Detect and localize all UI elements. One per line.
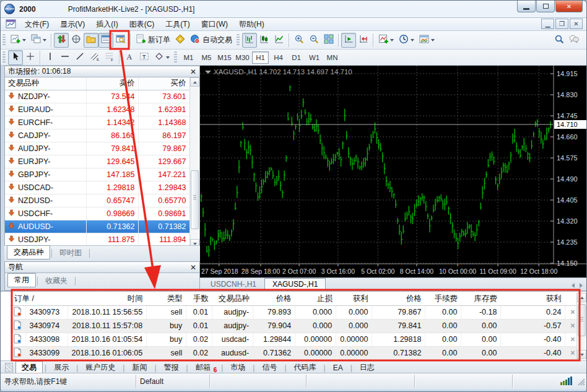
- new-chart-button[interactable]: [8, 33, 28, 48]
- zoom-in-button[interactable]: [292, 33, 307, 48]
- strategy-tester-button[interactable]: [113, 33, 128, 48]
- order-row-3430974[interactable]: 34309742018.10.11 15:57:08buy0.01audjpy-…: [11, 319, 580, 333]
- timeframe-m5[interactable]: M5: [198, 51, 215, 64]
- market-watch-scrollbar[interactable]: [189, 77, 199, 248]
- order-row-3433099[interactable]: 34330992018.10.16 01:06:05sell0.02audusd…: [11, 346, 580, 360]
- tab-scroll-left-icon[interactable]: [572, 283, 575, 288]
- crosshair-button[interactable]: [23, 50, 38, 65]
- orders-scrollbar[interactable]: [576, 293, 586, 359]
- vertical-line-button[interactable]: [43, 50, 58, 65]
- menu-item-5[interactable]: 窗口(W): [196, 18, 233, 31]
- chart-tab-0[interactable]: USDCNH-,H1: [202, 278, 264, 290]
- navigator-close-icon[interactable]: ✕: [190, 264, 196, 271]
- menu-item-6[interactable]: 帮助(H): [233, 18, 270, 31]
- chevron-down-icon[interactable]: [431, 39, 435, 41]
- orders-column-header-7[interactable]: 获利: [336, 293, 372, 305]
- chevron-down-icon[interactable]: [43, 39, 46, 41]
- menu-item-4[interactable]: 工具(T): [160, 18, 195, 31]
- orders-column-header-8[interactable]: 价格: [372, 293, 425, 305]
- label-button[interactable]: T: [137, 50, 152, 65]
- market-watch-tab-1[interactable]: 即时图: [53, 246, 88, 259]
- search-button[interactable]: [552, 33, 567, 48]
- scrollbar-thumb[interactable]: [578, 304, 586, 336]
- menu-item-2[interactable]: 插入(I): [90, 18, 123, 31]
- market-watch-row-nzdusd[interactable]: NZDUSD-0.657470.65770: [5, 194, 189, 207]
- chart-shift-button[interactable]: [356, 33, 371, 48]
- market-watch-row-usdjpy[interactable]: USDJPY-111.875111.894: [5, 233, 189, 246]
- new-order-button[interactable]: 新订单: [133, 33, 173, 48]
- chart-minimize-button[interactable]: ▁: [541, 19, 554, 29]
- terminal-tab-6[interactable]: 市场: [225, 362, 251, 373]
- terminal-tab-7[interactable]: 信号: [256, 362, 282, 373]
- chevron-down-icon[interactable]: [22, 39, 26, 41]
- market-watch-row-audusd[interactable]: AUDUSD-0.713620.71382: [5, 220, 189, 233]
- toolbar-grip[interactable]: [2, 51, 6, 64]
- terminal-button[interactable]: [98, 33, 113, 48]
- market-watch-row-eurjpy[interactable]: EURJPY-129.645129.667: [5, 155, 189, 168]
- navigator-header[interactable]: 导航 ✕: [5, 262, 199, 273]
- terminal-tab-9[interactable]: EA: [328, 363, 349, 373]
- orders-column-header-9[interactable]: 手续费: [425, 293, 461, 305]
- terminal-tab-3[interactable]: 新闻: [126, 362, 152, 373]
- horizontal-line-button[interactable]: [58, 50, 72, 65]
- timeframe-m1[interactable]: M1: [180, 51, 197, 64]
- orders-column-header-2[interactable]: 类型: [147, 293, 186, 305]
- candlestick-button[interactable]: [257, 33, 272, 48]
- timeframe-h4[interactable]: H4: [270, 51, 287, 64]
- tile-windows-button[interactable]: [321, 33, 336, 48]
- window-minimize-button[interactable]: [517, 1, 536, 12]
- periods-button[interactable]: [396, 33, 417, 48]
- menu-item-3[interactable]: 图表(C): [124, 18, 160, 31]
- chart-restore-button[interactable]: ❐: [555, 19, 568, 29]
- trendline-button[interactable]: [72, 50, 87, 65]
- orders-column-header-6[interactable]: 止损: [295, 293, 336, 305]
- auto-scroll-button[interactable]: [341, 33, 356, 48]
- orders-column-header-3[interactable]: 手数: [186, 293, 212, 305]
- terminal-tab-8[interactable]: 代码库: [289, 362, 322, 373]
- profiles-button[interactable]: [28, 33, 49, 48]
- navigator-tab-0[interactable]: 常用: [7, 273, 36, 287]
- navigator-tab-1[interactable]: 收藏夹: [39, 274, 74, 287]
- terminal-tab-2[interactable]: 账户历史: [80, 362, 121, 373]
- chevron-down-icon[interactable]: [411, 39, 414, 41]
- terminal-tab-0[interactable]: 交易: [15, 361, 43, 374]
- timeframe-m30[interactable]: M30: [234, 51, 251, 64]
- terminal-grip-icon[interactable]: [5, 363, 13, 372]
- terminal-tab-1[interactable]: 展示: [48, 362, 74, 373]
- line-chart-button[interactable]: [272, 33, 287, 48]
- market-watch-row-audjpy[interactable]: AUDJPY-79.84179.867: [5, 142, 189, 155]
- indicators-button[interactable]: [376, 33, 396, 48]
- scroll-up-icon[interactable]: [190, 77, 199, 87]
- scrollbar-thumb[interactable]: [191, 170, 199, 229]
- toolbar-grip[interactable]: [2, 34, 6, 46]
- metaeditor-button[interactable]: [173, 33, 188, 48]
- orders-column-header-4[interactable]: 交易品种: [212, 293, 253, 305]
- navigator-button[interactable]: [84, 33, 98, 48]
- market-watch-close-icon[interactable]: ✕: [190, 69, 196, 75]
- chevron-down-icon[interactable]: [166, 56, 170, 59]
- chart-tab-1[interactable]: XAGUSD-,H1: [264, 278, 326, 290]
- timeframe-h1[interactable]: H1: [252, 51, 269, 64]
- terminal-tab-4[interactable]: 警报: [159, 362, 185, 373]
- column-header-2[interactable]: 买价: [138, 77, 189, 90]
- timeframe-m15[interactable]: M15: [216, 51, 233, 64]
- orders-column-header-0[interactable]: 订单 /: [11, 293, 67, 305]
- order-row-3430973[interactable]: 34309732018.10.11 15:56:55sell0.01audjpy…: [11, 305, 580, 319]
- bar-chart-button[interactable]: [242, 33, 257, 48]
- market-watch-tab-0[interactable]: 交易品种: [7, 245, 50, 259]
- channel-button[interactable]: E: [87, 50, 102, 65]
- status-profile[interactable]: Default: [140, 377, 163, 386]
- timeframe-mn[interactable]: MN: [324, 51, 341, 64]
- market-watch-row-usdcad[interactable]: USDCAD-1.298181.29843: [5, 181, 189, 194]
- market-watch-row-nzdjpy[interactable]: NZDJPY-73.54473.601: [5, 90, 189, 103]
- orders-column-header-1[interactable]: 时间: [67, 293, 147, 305]
- terminal-tab-10[interactable]: 日志: [354, 362, 380, 373]
- chat-button[interactable]: [567, 33, 581, 48]
- scroll-down-icon[interactable]: [577, 350, 586, 359]
- market-watch-row-euraud[interactable]: EURAUD-1.623481.62391: [5, 103, 189, 116]
- market-watch-row-gbpjpy[interactable]: GBPJPY-147.185147.221: [5, 168, 189, 181]
- chevron-down-icon[interactable]: [390, 39, 394, 41]
- market-watch-button[interactable]: [54, 33, 69, 48]
- menu-item-1[interactable]: 显示(V): [54, 18, 90, 31]
- chart-canvas[interactable]: 14.91514.83014.74514.66014.57514.49014.4…: [200, 66, 587, 277]
